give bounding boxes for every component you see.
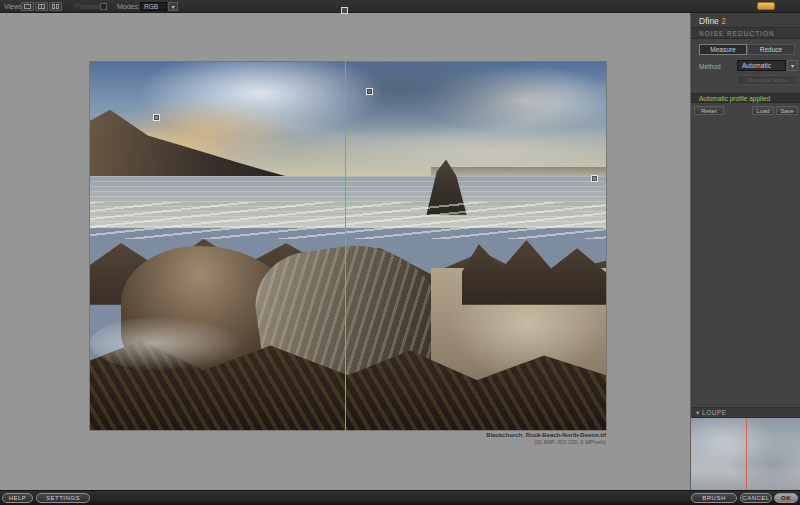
measure-marker[interactable]	[591, 175, 598, 182]
image-caption: Blackchurch_Rock-Beach-North-Devon.tif (…	[90, 432, 606, 446]
status-message: Automatic profile applied	[691, 93, 800, 103]
cancel-button[interactable]: CANCEL	[740, 493, 772, 503]
side-by-side-icon	[52, 4, 55, 9]
loupe-preview[interactable]	[691, 418, 800, 490]
split-line-handle[interactable]	[341, 7, 348, 14]
method-label: Method	[699, 63, 721, 70]
tab-reduce[interactable]: Reduce	[747, 44, 795, 55]
surf-layer	[90, 202, 606, 239]
photo-preview[interactable]	[90, 62, 606, 430]
brush-button[interactable]: BRUSH	[691, 493, 737, 503]
tab-measure[interactable]: Measure	[699, 44, 747, 55]
ok-button[interactable]: OK	[774, 493, 798, 503]
noise-reduction-header: NOISE REDUCTION	[691, 27, 800, 39]
measure-marker[interactable]	[366, 88, 373, 95]
measure-reduce-tabs: Measure Reduce	[699, 44, 795, 55]
help-button[interactable]: HELP	[2, 493, 33, 503]
preview-checkbox[interactable]	[100, 3, 107, 10]
measure-marker[interactable]	[153, 114, 160, 121]
mode-select[interactable]: RGB	[140, 2, 167, 11]
view-split-button[interactable]	[35, 2, 48, 11]
mode-dropdown-arrow-icon[interactable]: ▾	[168, 2, 178, 11]
method-dropdown-arrow-icon[interactable]: ▾	[787, 60, 798, 71]
image-filename: Blackchurch_Rock-Beach-North-Devon.tif	[90, 432, 606, 439]
loupe-split-line	[746, 418, 747, 490]
method-select[interactable]: Automatic	[737, 60, 786, 71]
collapse-triangle-icon: ▾	[696, 409, 700, 416]
load-button[interactable]: Load	[752, 106, 774, 115]
bottom-bar: HELP SETTINGS BRUSH CANCEL OK	[0, 490, 800, 505]
dfine-window: Views: Preview Modes: RGB ▾	[0, 0, 800, 505]
foam-layer	[90, 316, 245, 371]
measure-noise-button[interactable]: Measure Noise	[737, 75, 798, 85]
preview-canvas: Blackchurch_Rock-Beach-North-Devon.tif (…	[0, 13, 690, 490]
settings-button[interactable]: SETTINGS	[36, 493, 90, 503]
version-badge: 2	[721, 16, 726, 26]
image-info: (32.9MP, ISO 200, 6 MPixels)	[90, 439, 606, 446]
panel-accent-button[interactable]	[757, 2, 775, 10]
split-preview-line[interactable]	[345, 13, 346, 490]
top-toolbar: Views: Preview Modes: RGB ▾	[0, 0, 800, 13]
view-single-button[interactable]	[21, 2, 34, 11]
panel-title: Dfine 2	[691, 13, 800, 27]
modes-label: Modes:	[117, 3, 140, 10]
save-button[interactable]: Save	[776, 106, 798, 115]
loupe-header[interactable]: ▾ LOUPE	[691, 407, 800, 418]
preview-label: Preview	[75, 3, 100, 10]
view-side-by-side-button[interactable]	[49, 2, 62, 11]
reset-button[interactable]: Reset	[694, 106, 724, 115]
dfine-panel: Dfine 2 NOISE REDUCTION Measure Reduce M…	[690, 13, 800, 490]
single-view-icon	[24, 4, 31, 9]
